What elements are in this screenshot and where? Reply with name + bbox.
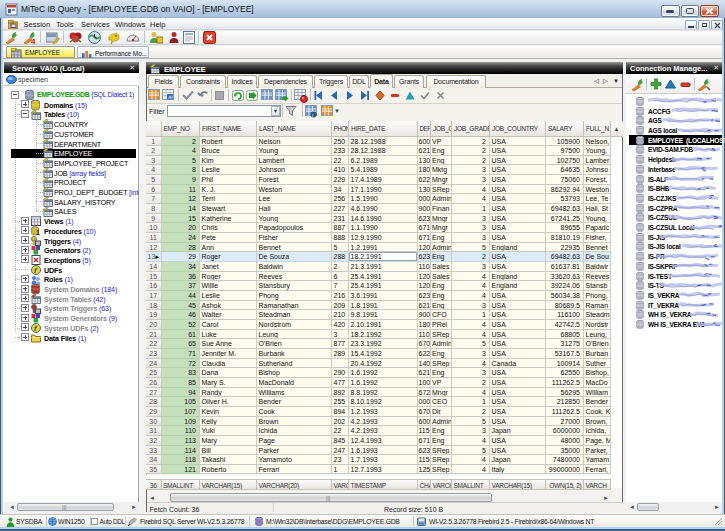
svg-text:4: 4 xyxy=(31,37,36,44)
